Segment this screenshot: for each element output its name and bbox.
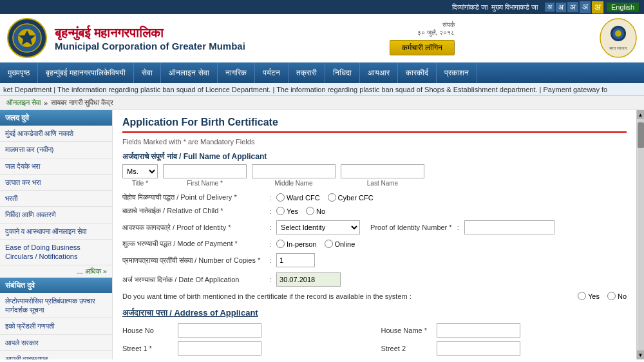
lastname-col: Last Name [341,164,424,187]
date-application-row: अर्ज भरण्याचा दिनांक / Date Of Applicati… [122,272,627,287]
nav-online[interactable]: ऑनलाइन सेवा [161,62,217,83]
date-input[interactable] [276,272,341,287]
num-copies-label: प्रमाणपत्राच्या प्रतींची संख्या / Number… [122,256,264,265]
name-row: Ms. Mr. Mrs. Dr. Title * First Name * Mi… [122,164,627,187]
sidebar-item-recruitment[interactable]: भरती [0,191,112,207]
street1-input[interactable] [178,341,261,356]
birth-time-row: Do you want time of birth mentioned in t… [122,292,627,300]
house-no-input[interactable] [178,323,261,338]
date-text: ३० जुलै, २०१८ [417,29,455,37]
nav-complaints[interactable]: तक्रारी [289,62,325,83]
breadcrumb: ऑनलाइन सेवा » सायबर नागरी सुविधा केंद्र [0,96,644,110]
marathi-title: बृहन्मुंबई महानगरपालिका [55,26,245,41]
nav-services[interactable]: सेवा [134,62,161,83]
english-title: Municipal Corporation of Greater Mumbai [55,41,245,52]
proof-identity-label: आवश्यक कागदपत्रे / Proof of Identity * [122,224,264,232]
lastname-label: Last Name [341,180,424,187]
house-no-label: House No [122,327,174,334]
breadcrumb-home[interactable]: ऑनलाइन सेवा [6,99,41,107]
sidebar-item-tenders[interactable]: निर्विदा आणि अवतरणे [0,207,112,223]
header-right: संपर्क ३० जुलै, २०१८ कर्मचारी लॉगिन [390,21,455,55]
sidebar-item-ease-doing[interactable]: Ease of Doing Business Circulars / Notif… [0,240,112,265]
online-option[interactable]: Online [325,240,355,248]
content-area: Application For Birth Certificate Fields… [113,110,636,359]
address-left: House No Street 1 * Area 1 * City Countr… [122,323,368,359]
proof-number-input[interactable] [464,220,554,234]
house-name-input[interactable] [437,323,520,338]
nav-citizen[interactable]: नागरिक [218,62,255,83]
scroll-down-button[interactable]: ▼ [637,350,645,359]
header-text: बृहन्मुंबई महानगरपालिका Municipal Corpor… [55,26,245,52]
india-emblem: भारत सरकार [599,17,638,59]
font-size-large[interactable]: अ [567,2,578,12]
house-name-label: House Name * [381,327,433,334]
scrollbar-track[interactable] [638,119,644,350]
scrollbar-thumb[interactable] [638,122,644,148]
breadcrumb-current: सायबर नागरी सुविधा केंद्र [51,99,113,107]
identity-select[interactable]: Select Identity [276,220,360,234]
english-button[interactable]: English [607,3,639,12]
svg-text:भारत सरकार: भारत सरकार [609,46,627,50]
middlename-label: Middle Name [252,180,336,187]
title-select[interactable]: Ms. Mr. Mrs. Dr. [122,164,158,178]
birth-no-option[interactable]: No [607,292,627,300]
ticker-text: ket Department | The information regardi… [3,86,607,93]
no-option[interactable]: No [306,207,325,215]
font-size-larger[interactable]: अ [580,1,591,13]
sidebar-item-aapali[interactable]: आपली व्यवस्थापन [0,351,112,359]
middle-name-input[interactable] [252,164,336,178]
in-person-radio[interactable] [276,240,285,248]
sidebar-item-shops[interactable]: दुकाने व आस्थापना ऑनलाइन सेवा [0,224,112,240]
font-size-active[interactable]: अ [592,1,603,14]
font-size-medium[interactable]: अ [556,3,566,12]
birth-yes-option[interactable]: Yes [578,292,600,300]
main-section-link[interactable]: मुख्य विभागाकडे जा [491,3,538,12]
birth-yes-radio[interactable] [578,292,586,300]
birth-no-radio[interactable] [607,292,616,300]
nav-home[interactable]: मुख्यपृष्ठ [0,62,38,83]
yes-option[interactable]: Yes [276,207,298,215]
ward-cfc-radio[interactable] [276,193,285,202]
sidebar-item-eco-ganpati[interactable]: इको फ्रेंडली गणपती [0,318,112,334]
num-copies-input[interactable]: 1 [276,253,315,267]
street2-input[interactable] [437,341,520,356]
contact-label: संपर्क [442,21,455,29]
online-radio[interactable] [325,240,333,248]
sidebar-item-tax-bill[interactable]: उत्पात कर भरा [0,175,112,191]
house-name-row: House Name * [381,323,627,338]
login-button[interactable]: कर्मचारी लॉगिन [390,40,455,55]
breadcrumb-separator: » [44,99,48,107]
bmc-logo [6,17,48,59]
point-delivery-row: पोहोच मिळण्याची पद्धत / Point of Deliver… [122,193,627,202]
sidebar-item-leptospirosis[interactable]: लेप्टोस्पायरोसिस प्रतिबंधात्मक उपचार मार… [0,293,112,319]
nav-ayar[interactable]: आयआर [360,62,398,83]
nav-tourism[interactable]: पर्यटन [255,62,289,83]
scrollbar[interactable]: ▲ ▼ [636,110,644,359]
street1-row: Street 1 * [122,341,368,356]
sidebar-item-aple-sarkar[interactable]: आपले सरकार [0,335,112,351]
accessibility-link[interactable]: दिव्यांगांकडे जा [452,3,488,12]
nav-about[interactable]: बृहन्मुंबई महानगरपालिकेविषयी [38,62,134,83]
quick-links-more[interactable]: ... अधिक » [0,265,112,278]
cyber-cfc-option[interactable]: Cyber CFC [328,193,374,202]
nav-publications[interactable]: प्रकाशन [437,62,477,83]
yes-radio[interactable] [276,207,285,215]
sidebar-item-water-bill[interactable]: जल देयके भरा [0,158,112,175]
nav-nidida[interactable]: निधिदा [325,62,360,83]
firstname-col: First Name * [163,164,247,187]
first-name-input[interactable] [163,164,247,178]
no-radio[interactable] [306,207,314,215]
scroll-up-button[interactable]: ▲ [637,110,645,119]
font-size-small[interactable]: अ [545,3,554,12]
nav-career[interactable]: कारकीर्द [398,62,437,83]
address-right: House Name * Street 2 Area 2 Pin Code * … [381,323,627,359]
last-name-input[interactable] [341,164,424,178]
ward-cfc-option[interactable]: Ward CFC [276,193,320,202]
mode-payment-label: शुल्क भरण्याची पद्धत / Mode of Payment * [122,240,264,248]
sidebar-item-statistics[interactable]: मुंबई आकडेवारी आणि नकाशे [0,126,112,142]
cyber-cfc-radio[interactable] [328,193,336,202]
header-left: बृहन्मुंबई महानगरपालिका Municipal Corpor… [6,17,245,59]
sidebar-item-property-tax[interactable]: मालमत्ता कर (नवीन) [0,142,112,158]
in-person-option[interactable]: In-person [276,240,316,248]
full-name-label: अर्जदाराचे संपूर्ण नांव / Full Name of A… [122,152,627,161]
